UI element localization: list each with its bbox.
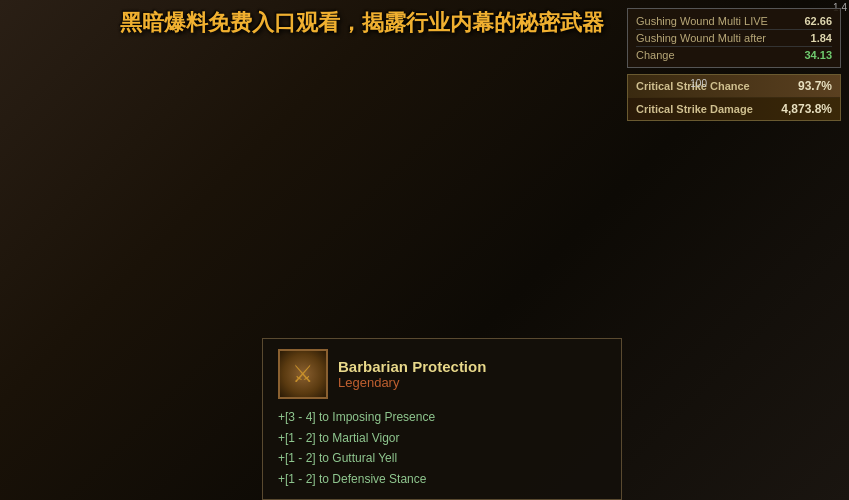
item-affix-2: +[1 - 2] to Guttural Yell [278, 448, 606, 468]
item-quality: Legendary [338, 375, 486, 390]
crit-damage-label: Critical Strike Damage [636, 103, 753, 115]
item-header: Barbarian Protection Legendary [278, 349, 606, 399]
item-level: 100 [690, 78, 707, 89]
item-name: Barbarian Protection [338, 358, 486, 375]
crit-damage-row: Critical Strike Damage 4,873.8% [628, 98, 840, 120]
gushing-live-label: Gushing Wound Multi LIVE [636, 15, 768, 27]
gushing-live-value: 62.66 [804, 15, 832, 27]
item-affix-3: +[1 - 2] to Defensive Stance [278, 469, 606, 489]
item-icon [278, 349, 328, 399]
item-card: Barbarian Protection Legendary +[3 - 4] … [262, 338, 622, 500]
gushing-live-row: Gushing Wound Multi LIVE 62.66 [636, 13, 832, 30]
gushing-block: Gushing Wound Multi LIVE 62.66 Gushing W… [627, 8, 841, 68]
item-affix-0: +[3 - 4] to Imposing Presence [278, 407, 606, 427]
crit-damage-value: 4,873.8% [781, 102, 832, 116]
crit-chance-value: 93.7% [798, 79, 832, 93]
right-panel: Gushing Wound Multi LIVE 62.66 Gushing W… [619, 0, 849, 133]
watermark-text: 黑暗爆料免费入口观看，揭露行业内幕的秘密武器 [120, 8, 604, 38]
gushing-after-value: 1.84 [811, 32, 832, 44]
item-affixes: +[3 - 4] to Imposing Presence +[1 - 2] t… [278, 407, 606, 489]
gushing-after-label: Gushing Wound Multi after [636, 32, 766, 44]
gushing-change-label: Change [636, 49, 675, 61]
gushing-after-row: Gushing Wound Multi after 1.84 [636, 30, 832, 47]
crit-chance-row: Critical Strike Chance 93.7% [628, 75, 840, 98]
gushing-change-row: Change 34.13 [636, 47, 832, 63]
gushing-change-value: 34.13 [804, 49, 832, 61]
item-affix-1: +[1 - 2] to Martial Vigor [278, 428, 606, 448]
stat-block: Critical Strike Chance 93.7% Critical St… [627, 74, 841, 121]
item-title-block: Barbarian Protection Legendary [338, 358, 486, 390]
